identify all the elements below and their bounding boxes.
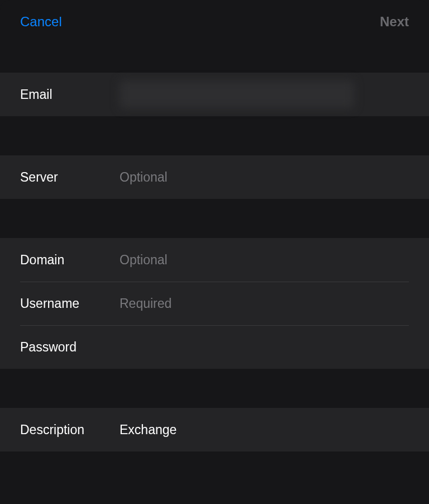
description-row[interactable]: Description xyxy=(0,408,429,451)
email-value-redacted xyxy=(120,80,354,108)
credentials-group: Domain Username Password xyxy=(0,238,429,369)
password-row[interactable]: Password xyxy=(0,325,429,369)
email-label: Email xyxy=(20,87,120,102)
next-button[interactable]: Next xyxy=(380,14,409,30)
server-group: Server xyxy=(0,155,429,199)
password-input[interactable] xyxy=(120,340,409,355)
domain-input[interactable] xyxy=(120,253,409,268)
nav-bar: Cancel Next xyxy=(0,0,429,55)
server-row[interactable]: Server xyxy=(0,155,429,199)
description-label: Description xyxy=(20,422,120,438)
domain-label: Domain xyxy=(20,253,120,268)
description-input[interactable] xyxy=(120,422,409,438)
username-row[interactable]: Username xyxy=(0,282,429,325)
account-setup-sheet: Cancel Next Email Server Domain xyxy=(0,0,429,504)
password-label: Password xyxy=(20,340,120,355)
email-row[interactable]: Email xyxy=(0,73,429,116)
server-input[interactable] xyxy=(120,170,409,185)
username-input[interactable] xyxy=(120,296,409,311)
cancel-button[interactable]: Cancel xyxy=(20,14,62,30)
username-label: Username xyxy=(20,296,120,311)
description-group: Description xyxy=(0,408,429,451)
email-group: Email xyxy=(0,73,429,116)
domain-row[interactable]: Domain xyxy=(0,238,429,282)
server-label: Server xyxy=(20,170,120,185)
